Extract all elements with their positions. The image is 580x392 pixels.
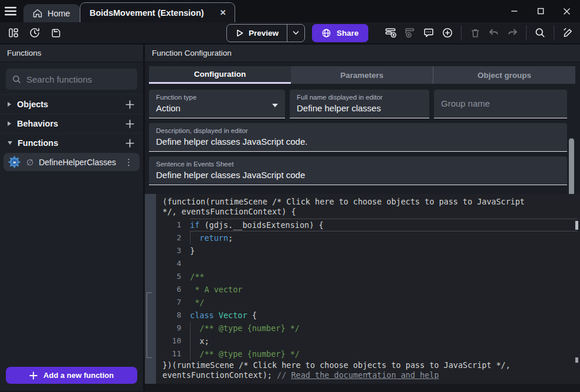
function-item-definehelperclasses[interactable]: » ∅ DefineHelperClasses ⋮: [4, 153, 140, 171]
code-text: /** @type {number} */: [190, 322, 300, 335]
tab-home-label: Home: [48, 9, 70, 18]
full-name-field[interactable]: Full name displayed in editor Define hel…: [290, 90, 429, 118]
add-behavior-button[interactable]: [124, 118, 135, 129]
add-event-button[interactable]: [382, 24, 400, 42]
tab-object-groups[interactable]: Object groups: [433, 66, 575, 84]
select-caret-icon: [272, 104, 278, 107]
description-value: Define helper classes JavaScript code.: [156, 137, 560, 146]
code-text: }: [190, 244, 195, 257]
code-line-9[interactable]: 9/** @type {number} */: [162, 322, 580, 335]
share-label: Share: [337, 29, 359, 38]
function-type-label: Function type: [156, 94, 278, 101]
line-number: 8: [162, 309, 181, 322]
share-button[interactable]: Share: [312, 24, 368, 42]
window-close-button[interactable]: [554, 0, 580, 22]
preview-split-button: Preview: [226, 24, 305, 42]
preview-button[interactable]: Preview: [227, 29, 287, 38]
toolbar-divider: [526, 25, 527, 40]
add-comment-button[interactable]: [420, 24, 437, 42]
history-clock-icon: [29, 27, 40, 39]
code-line-5[interactable]: 5/**: [162, 270, 580, 283]
function-type-select[interactable]: Function type Action: [149, 90, 285, 118]
editor-wrapper-header[interactable]: (function(runtimeScene /* Click here to …: [162, 197, 525, 217]
main-header-label: Function Configuration: [152, 49, 232, 57]
edit-extension-button[interactable]: [559, 24, 576, 42]
indent-guide: [190, 231, 199, 244]
chevron-down-icon: [293, 30, 299, 35]
delete-button[interactable]: [466, 24, 484, 42]
group-name-field[interactable]: [434, 90, 567, 118]
code-line-6[interactable]: 6 * A vector: [162, 283, 580, 296]
tab-parameters[interactable]: Parameters: [291, 66, 433, 84]
tab-home[interactable]: Home: [23, 4, 80, 22]
close-icon: [563, 8, 571, 15]
editor-scrollbar-mark[interactable]: [575, 221, 578, 230]
line-number: 3: [162, 244, 181, 257]
code-line-10[interactable]: 10x;: [162, 335, 580, 347]
chevron-down-icon: [8, 141, 12, 145]
tab-configuration-label: Configuration: [194, 70, 246, 79]
configuration-form: Function type Action Full name displayed…: [145, 84, 580, 190]
redo-button[interactable]: [504, 24, 521, 42]
code-line-3[interactable]: 3}: [162, 244, 580, 257]
code-line-8[interactable]: 8class Vector {: [162, 309, 580, 322]
function-item-label: DefineHelperClasses: [39, 158, 117, 167]
code-line-1[interactable]: 1if (gdjs.__boidsExtension) {: [162, 219, 580, 231]
sidebar-item-functions[interactable]: Functions: [0, 133, 143, 152]
search-functions-input[interactable]: [26, 74, 143, 84]
tab-extension-label: BoidsMovement (Extension): [90, 8, 204, 18]
add-function-button[interactable]: [124, 138, 135, 149]
code-line-11[interactable]: 11/** @type {number} */: [162, 347, 580, 360]
functions-sidebar: Functions Objects Behaviors Functions: [0, 45, 145, 391]
sidebar-item-objects[interactable]: Objects: [0, 94, 143, 114]
search-button[interactable]: [531, 24, 549, 42]
preview-label: Preview: [249, 29, 279, 38]
window-minimize-button[interactable]: [501, 0, 527, 22]
editor-wrapper-footer: })(runtimeScene /* Click here to choose …: [162, 360, 525, 380]
code-text: */: [190, 296, 204, 309]
globe-icon: [321, 28, 331, 38]
group-name-input[interactable]: [441, 98, 560, 108]
tab-configuration[interactable]: Configuration: [149, 66, 291, 84]
code-line-7[interactable]: 7 */: [162, 296, 580, 309]
code-text: /**: [190, 270, 204, 283]
version-history-button[interactable]: [26, 24, 43, 42]
description-label: Description, displayed in editor: [156, 127, 560, 134]
search-icon: [534, 27, 546, 39]
line-number: 7: [162, 296, 181, 309]
save-icon: [50, 28, 62, 39]
add-subevent-button[interactable]: [401, 24, 419, 42]
editor-pane[interactable]: (function(runtimeScene /* Click here to …: [156, 194, 580, 384]
line-number: 2: [162, 231, 181, 244]
line-number: 11: [162, 347, 181, 360]
plus-circle-icon: [442, 27, 453, 39]
preview-options-button[interactable]: [287, 25, 304, 42]
editor-bottom-strip: [145, 384, 580, 391]
expand-caret-icon[interactable]: ^: [366, 372, 370, 380]
sidebar-item-behaviors[interactable]: Behaviors: [0, 114, 143, 133]
tab-extension[interactable]: BoidsMovement (Extension) ✕: [80, 2, 235, 22]
editor-scrollbar-mark[interactable]: [575, 357, 578, 363]
code-line-4[interactable]: 4: [162, 257, 580, 270]
sentence-field[interactable]: Sentence in Events Sheet Define helper c…: [149, 156, 567, 185]
open-projects-panel-button[interactable]: [5, 24, 22, 42]
description-field[interactable]: Description, displayed in editor Define …: [149, 123, 567, 152]
code-line-2[interactable]: 2return;: [162, 231, 580, 244]
add-new-function-button[interactable]: Add a new function: [6, 367, 137, 384]
add-object-button[interactable]: [124, 99, 135, 110]
add-circle-button[interactable]: [439, 24, 456, 42]
functions-section-label: Functions: [18, 138, 124, 148]
function-item-menu-icon[interactable]: ⋮: [123, 157, 135, 168]
play-icon: [235, 29, 244, 38]
undo-button[interactable]: [485, 24, 503, 42]
function-configuration-panel: Function Configuration Configuration Par…: [145, 45, 580, 391]
line-number: 6: [162, 283, 181, 296]
save-button[interactable]: [47, 24, 65, 42]
main-menu-button[interactable]: [0, 0, 21, 22]
code-text: class Vector {: [190, 309, 257, 322]
window-maximize-button[interactable]: [527, 0, 554, 22]
documentation-link[interactable]: Read the documentation and help: [291, 370, 439, 380]
content: Functions Objects Behaviors Functions: [0, 45, 580, 391]
tab-close-icon[interactable]: ✕: [218, 7, 229, 18]
sentence-label: Sentence in Events Sheet: [156, 161, 560, 168]
